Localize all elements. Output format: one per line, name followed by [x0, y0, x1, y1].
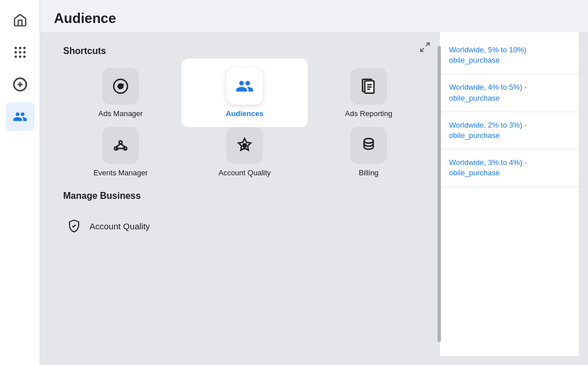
- ads-reporting-label: Ads Reporting: [345, 109, 392, 118]
- sidebar-item-home[interactable]: [6, 6, 34, 34]
- expand-icon[interactable]: [419, 41, 431, 56]
- shortcut-ads-manager[interactable]: Ads Manager: [63, 68, 178, 118]
- shortcuts-card: Shortcuts Ads Manager: [49, 32, 440, 253]
- manage-account-quality-label: Account Quality: [90, 221, 150, 231]
- billing-label: Billing: [359, 168, 379, 177]
- svg-point-3: [14, 51, 17, 53]
- ads-manager-label: Ads Manager: [98, 109, 142, 118]
- shortcuts-popup: Shortcuts Ads Manager: [49, 32, 440, 356]
- shortcut-billing[interactable]: Billing: [311, 127, 426, 177]
- svg-point-21: [119, 141, 122, 144]
- page-title: Audience: [54, 10, 574, 26]
- sidebar-item-create[interactable]: [6, 70, 34, 99]
- right-panel-text-0: Worldwide, 5% to 10%)obile_purchase: [449, 45, 570, 66]
- page-header: Audience: [40, 0, 588, 32]
- billing-icon-box: [350, 127, 387, 164]
- svg-line-13: [421, 48, 424, 52]
- manage-business-account-quality[interactable]: Account Quality: [63, 213, 426, 239]
- content-area: Shortcuts Ads Manager: [40, 32, 588, 365]
- events-manager-icon-box: [102, 127, 139, 164]
- audiences-label: Audiences: [226, 109, 264, 118]
- svg-point-0: [14, 47, 17, 49]
- svg-line-24: [116, 144, 121, 147]
- account-quality-icon-box: [226, 127, 263, 164]
- popup-scrollbar[interactable]: [438, 46, 441, 342]
- svg-point-4: [18, 51, 21, 53]
- svg-point-2: [23, 47, 25, 49]
- right-panel-item-2[interactable]: Worldwide, 2% to 3%) -obile_purchase: [440, 112, 579, 149]
- ads-manager-icon-box: [102, 68, 139, 105]
- sidebar-item-audiences[interactable]: [6, 102, 34, 131]
- svg-point-1: [18, 47, 21, 49]
- right-panel-text-3: Worldwide, 3% to 4%) -obile_purchase: [449, 157, 570, 178]
- right-panel-text-1: Worldwide, 4% to 5%) -obile_purchase: [449, 82, 570, 103]
- shortcuts-title: Shortcuts: [63, 46, 426, 56]
- svg-point-27: [242, 143, 247, 148]
- ads-reporting-icon-box: [350, 68, 387, 105]
- right-panel-item-3[interactable]: Worldwide, 3% to 4%) -obile_purchase: [440, 149, 579, 187]
- svg-point-28: [364, 139, 373, 143]
- shortcut-account-quality[interactable]: Account Quality: [187, 127, 302, 177]
- right-panel-list: Worldwide, 5% to 10%)obile_purchase Worl…: [440, 32, 579, 192]
- svg-point-7: [18, 55, 21, 57]
- events-manager-label: Events Manager: [94, 168, 148, 177]
- shortcut-events-manager[interactable]: Events Manager: [63, 127, 178, 177]
- right-panel: Worldwide, 5% to 10%)obile_purchase Worl…: [440, 32, 579, 356]
- right-panel-text-2: Worldwide, 2% to 3%) -obile_purchase: [449, 120, 570, 141]
- audiences-icon-box: [226, 68, 263, 105]
- svg-line-25: [121, 144, 125, 147]
- svg-line-12: [426, 43, 430, 47]
- shortcut-ads-reporting[interactable]: Ads Reporting: [311, 68, 426, 118]
- right-panel-item-1[interactable]: Worldwide, 4% to 5%) -obile_purchase: [440, 74, 579, 112]
- right-panel-item-0[interactable]: Worldwide, 5% to 10%)obile_purchase: [440, 37, 579, 74]
- svg-point-5: [23, 51, 25, 53]
- manage-business-title: Manage Business: [63, 191, 426, 201]
- svg-point-8: [23, 55, 25, 57]
- svg-point-6: [14, 55, 17, 57]
- svg-point-15: [118, 83, 124, 90]
- sidebar-item-grid[interactable]: [6, 38, 34, 67]
- sidebar: [0, 0, 40, 365]
- manage-account-quality-icon: [65, 217, 83, 235]
- manage-business-section: Manage Business Account Quality: [63, 191, 426, 239]
- shortcuts-grid: Ads Manager Audiences: [63, 68, 426, 177]
- account-quality-shortcut-label: Account Quality: [218, 168, 270, 177]
- main-content: Audience Shortcuts: [40, 0, 588, 365]
- shortcut-audiences[interactable]: Audiences: [181, 59, 308, 127]
